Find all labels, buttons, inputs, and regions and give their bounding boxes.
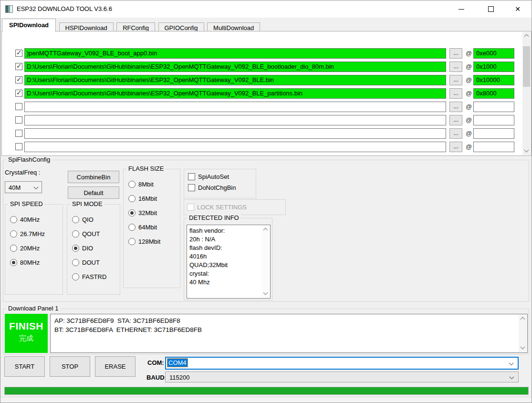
detected-info-text: flash vendor: 20h : N/A flash devID: 401…: [189, 227, 261, 287]
radio-40mhz[interactable]: 40MHz: [10, 212, 63, 227]
browse-button[interactable]: ...: [449, 88, 462, 99]
file-checkbox[interactable]: [15, 143, 22, 150]
radio-dio[interactable]: DIO: [72, 241, 120, 255]
radio-8mbit[interactable]: 8Mbit: [128, 177, 180, 191]
radio-16mbit[interactable]: 16Mbit: [128, 191, 180, 206]
tab-bar: SPIDownload HSPIDownload RFConfig GPIOCo…: [2, 19, 527, 31]
address-field[interactable]: 0x8000: [473, 88, 514, 99]
lock-settings-group: LOCK SETTINGS: [184, 199, 286, 215]
scroll-up-icon[interactable]: [261, 226, 270, 234]
scroll-up-icon[interactable]: [519, 315, 527, 323]
address-field[interactable]: 0xe000: [473, 48, 514, 59]
at-label: @: [466, 103, 472, 110]
browse-button[interactable]: ...: [449, 102, 462, 112]
radio-80mhz[interactable]: 80MHz: [10, 255, 63, 269]
scroll-thumb[interactable]: [523, 46, 530, 87]
detected-info-box: flash vendor: 20h : N/A flash devID: 401…: [187, 225, 271, 299]
radio-icon: [128, 224, 136, 231]
at-label: @: [466, 76, 472, 83]
file-checkbox[interactable]: [15, 116, 22, 124]
scroll-down-icon[interactable]: [519, 344, 527, 352]
radio-64mbit[interactable]: 64Mbit: [128, 220, 180, 234]
scroll-down-icon[interactable]: [261, 289, 270, 298]
checkbox-icon: [187, 204, 194, 211]
radio-icon: [72, 230, 79, 238]
minimize-button[interactable]: [450, 0, 472, 18]
tab-spidownload[interactable]: SPIDownload: [2, 19, 56, 32]
scroll-up-icon[interactable]: [522, 32, 531, 40]
file-row: D:\Users\Florian\Documents\GitHub\binari…: [2, 62, 531, 72]
spiflashconfig-group: SpiFlashConfig CrystalFreq : 40M Combine…: [3, 160, 529, 302]
file-checkbox[interactable]: [15, 103, 22, 110]
browse-button[interactable]: ...: [449, 62, 462, 72]
file-path-field[interactable]: [24, 142, 446, 152]
radio-icon: [128, 238, 136, 245]
radio-qio[interactable]: QIO: [72, 212, 120, 227]
file-checkbox[interactable]: [15, 90, 22, 97]
radio-20mhz[interactable]: 20MHz: [10, 241, 63, 255]
file-path-field[interactable]: D:\Users\Florian\Documents\GitHub\binari…: [24, 75, 446, 85]
spi-speed-options: 40MHz26.7MHz20MHz80MHz: [5, 205, 63, 269]
spiautoset-checkbox[interactable]: SpiAutoSet: [188, 173, 229, 180]
file-checkbox[interactable]: [15, 76, 22, 83]
file-row: ...@: [2, 142, 531, 153]
flash-size-group: FLASH SIZE 8Mbit16Mbit32Mbit64Mbit128Mbi…: [123, 169, 180, 288]
status-strip: [0, 397, 532, 403]
browse-button[interactable]: ...: [449, 115, 462, 125]
com-dropdown[interactable]: COM4: [165, 357, 519, 370]
radio-dout[interactable]: DOUT: [72, 255, 120, 269]
address-field[interactable]: [473, 142, 514, 152]
file-path-field[interactable]: [24, 115, 446, 125]
mac-log-text: AP: 3C71BF6ED8F9 STA: 3C71BF6ED8F8 BT: 3…: [54, 316, 517, 334]
radio-icon: [10, 245, 17, 252]
detected-info-scrollbar[interactable]: [261, 226, 270, 298]
baud-dropdown[interactable]: 115200: [165, 372, 519, 382]
address-field[interactable]: [473, 102, 514, 112]
baud-value: 115200: [169, 373, 189, 381]
erase-button[interactable]: ERASE: [95, 356, 136, 377]
combinebin-button[interactable]: CombineBin: [68, 171, 119, 183]
browse-button[interactable]: ...: [449, 142, 462, 152]
status-main: FINISH: [5, 320, 48, 332]
address-field[interactable]: [473, 128, 514, 139]
file-row: ...@: [2, 102, 531, 113]
donotchgbin-label: DoNotChgBin: [198, 184, 236, 191]
browse-button[interactable]: ...: [449, 75, 462, 85]
radio-icon: [128, 195, 136, 202]
file-path-field[interactable]: [24, 128, 446, 139]
address-field[interactable]: 0x10000: [473, 75, 514, 85]
default-button[interactable]: Default: [68, 186, 119, 199]
at-label: @: [466, 116, 472, 124]
radio-32mbit[interactable]: 32Mbit: [128, 206, 180, 220]
radio-26.7mhz[interactable]: 26.7MHz: [10, 227, 63, 241]
crystalfreq-dropdown[interactable]: 40M: [5, 181, 42, 193]
detected-info-title: DETECTED INFO: [187, 214, 241, 221]
radio-128mbit[interactable]: 128Mbit: [128, 234, 180, 248]
file-path-field[interactable]: D:\Users\Florian\Documents\GitHub\binari…: [24, 62, 446, 72]
status-badge: FINISH 完成: [5, 314, 48, 353]
start-button[interactable]: START: [4, 356, 45, 377]
file-checkbox[interactable]: [15, 130, 22, 137]
browse-button[interactable]: ...: [449, 128, 462, 139]
browse-button[interactable]: ...: [449, 48, 462, 59]
file-checkbox[interactable]: [15, 50, 22, 57]
file-list-panel: )penMQTTGateway_V092_BLE_boot_app0.bin..…: [1, 31, 532, 156]
address-field[interactable]: [473, 115, 514, 125]
close-button[interactable]: ✕: [507, 0, 529, 18]
radio-icon: [10, 216, 17, 223]
scroll-down-icon[interactable]: [522, 147, 531, 155]
donotchgbin-checkbox[interactable]: DoNotChgBin: [188, 184, 236, 191]
radio-qout[interactable]: QOUT: [72, 227, 120, 241]
stop-button[interactable]: STOP: [50, 356, 90, 377]
file-list-scrollbar[interactable]: [522, 32, 531, 155]
log-scrollbar[interactable]: [519, 315, 527, 352]
maximize-button[interactable]: [480, 0, 502, 18]
address-field[interactable]: 0x1000: [473, 62, 514, 72]
file-path-field[interactable]: D:\Users\Florian\Documents\GitHub\binari…: [24, 88, 446, 99]
file-checkbox[interactable]: [15, 63, 22, 70]
radio-fastrd[interactable]: FASTRD: [72, 269, 120, 284]
app-window: ESP32 DOWNLOAD TOOL V3.6.6 ✕ SPIDownload…: [0, 0, 532, 403]
file-path-field[interactable]: )penMQTTGateway_V092_BLE_boot_app0.bin: [24, 48, 446, 59]
file-path-field[interactable]: [24, 102, 446, 112]
at-label: @: [466, 130, 472, 137]
